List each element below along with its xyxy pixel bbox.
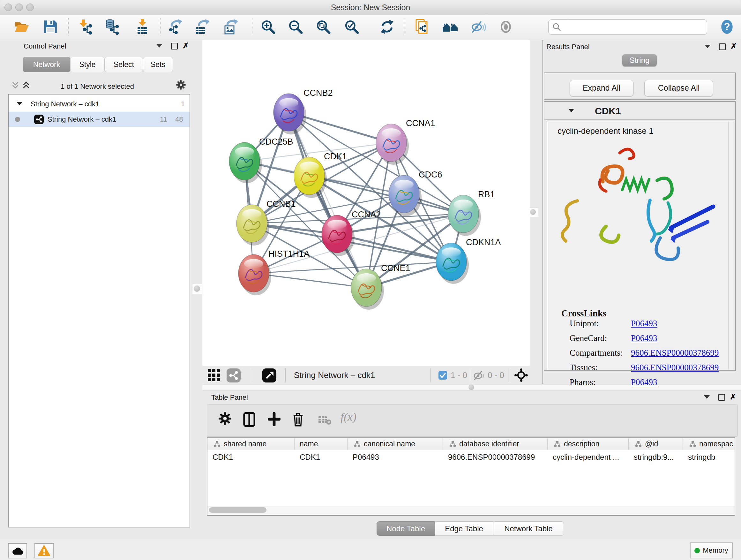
import-network-button[interactable] (77, 18, 95, 36)
table-cell[interactable]: P06493 (347, 450, 443, 465)
table-cell[interactable]: CDK1 (294, 450, 347, 465)
column-header-canonical-name[interactable]: canonical name (347, 438, 443, 450)
show-all-button[interactable] (497, 18, 515, 36)
birdseye-view-icon[interactable] (262, 368, 276, 382)
export-image-button[interactable] (222, 18, 240, 36)
panel-float-icon[interactable] (718, 394, 725, 401)
panel-menu-icon[interactable] (704, 395, 710, 399)
network-node-CCNA2[interactable]: CCNA2 (322, 210, 381, 256)
network-node-CCNB2[interactable]: CCNB2 (273, 88, 333, 134)
network-node-CDC25B[interactable]: CDC25B (229, 137, 293, 183)
table-cell[interactable]: stringdb:9... (629, 450, 683, 465)
selected-checkbox-icon[interactable] (439, 371, 447, 380)
crosslink-link[interactable]: 9606.ENSP00000378699 (631, 348, 719, 358)
zoom-out-button[interactable] (286, 18, 305, 36)
panel-float-icon[interactable] (171, 43, 178, 50)
memory-button[interactable]: Memory (690, 543, 733, 558)
import-network-from-database-button[interactable] (104, 18, 122, 36)
zoom-selected-button[interactable] (343, 18, 360, 36)
table-cell[interactable]: 9606.ENSP00000378699 (443, 450, 548, 465)
help-button[interactable]: ? (718, 18, 736, 36)
crosslink-link[interactable]: P06493 (631, 377, 657, 387)
export-network-button[interactable] (167, 18, 185, 36)
column-header-database-identifier[interactable]: database identifier (443, 438, 548, 450)
expand-all-button[interactable]: Expand All (569, 80, 633, 97)
column-header-description[interactable]: description (548, 438, 629, 450)
table-header-row: shared namenamecanonical namedatabase id… (207, 438, 735, 450)
fit-crosshair-icon[interactable] (514, 368, 529, 382)
entry-header[interactable]: CDK1 (544, 102, 735, 120)
results-scrollbar[interactable] (728, 122, 732, 369)
panel-close-icon[interactable]: ✗ (731, 44, 737, 49)
zoom-in-button[interactable] (259, 18, 277, 36)
zoom-fit-button[interactable] (314, 18, 332, 36)
column-header-shared-name[interactable]: shared name (207, 438, 294, 450)
network-row[interactable]: String Network – cdk1 11 48 (9, 112, 190, 127)
open-session-button[interactable] (13, 18, 30, 36)
splitter-right[interactable] (529, 207, 538, 217)
import-table-button[interactable] (133, 18, 151, 36)
network-node-CDKN1A[interactable]: CDKN1A (436, 238, 501, 284)
table-row[interactable]: CDK1CDK1P064939606.ENSP00000378699cyclin… (207, 450, 735, 465)
table-cell[interactable]: stringdb (683, 450, 735, 465)
save-session-button[interactable] (42, 18, 59, 36)
collection-expand-icon[interactable] (17, 102, 22, 105)
panel-menu-icon[interactable] (156, 44, 162, 48)
share-view-icon[interactable] (226, 368, 241, 382)
export-table-button[interactable] (194, 18, 212, 36)
network-node-CCNE1[interactable]: CCNE1 (351, 263, 410, 310)
network-node-CCNA1[interactable]: CCNA1 (376, 118, 435, 165)
tab-select[interactable]: Select (105, 57, 143, 72)
network-node-CDK1[interactable]: CDK1 (294, 152, 347, 198)
grid-view-icon[interactable] (207, 369, 221, 382)
table-cell[interactable]: cyclin-dependent ... (548, 450, 629, 465)
warnings-button[interactable] (35, 543, 54, 558)
tab-network[interactable]: Network (23, 57, 70, 72)
tab-network-table[interactable]: Network Table (493, 521, 564, 536)
gear-icon[interactable] (176, 80, 186, 90)
collapse-all-button[interactable]: Collapse All (644, 80, 713, 97)
cloud-button[interactable] (8, 543, 27, 558)
search-input[interactable] (564, 20, 702, 33)
column-header-namespac[interactable]: namespac (683, 438, 735, 450)
svg-text:?: ? (724, 21, 730, 32)
panel-float-icon[interactable] (719, 44, 726, 50)
show-columns-icon[interactable] (243, 412, 256, 427)
column-header-name[interactable]: name (294, 438, 347, 450)
tab-sets[interactable]: Sets (143, 57, 173, 72)
column-header--id[interactable]: @id (629, 438, 683, 450)
panel-close-icon[interactable]: ✗ (183, 43, 189, 48)
crosslink-link[interactable]: P06493 (631, 319, 657, 328)
splitter-left[interactable] (192, 284, 202, 294)
tab-style[interactable]: Style (70, 57, 105, 72)
network-collection-row[interactable]: String Network – cdk1 1 (9, 97, 190, 112)
network-graph[interactable]: CCNB2CCNA1CDC25BCDK1CDC6RB1CCNB1CCNA2CDK… (202, 40, 530, 366)
crosslink-link[interactable]: 9606.ENSP00000378699 (631, 363, 719, 373)
crosslink-link[interactable]: P06493 (631, 333, 657, 343)
table-horizontal-scrollbar[interactable] (207, 506, 735, 514)
table-panel: Table Panel ✗ (202, 391, 741, 539)
warning-icon (38, 545, 50, 556)
add-column-icon[interactable] (268, 412, 280, 426)
delete-column-icon[interactable] (292, 412, 304, 427)
refresh-button[interactable] (378, 18, 396, 36)
panel-menu-icon[interactable] (704, 45, 711, 48)
share-file-button[interactable] (413, 18, 431, 36)
tab-string[interactable]: String (622, 54, 657, 66)
network-node-RB1[interactable]: RB1 (448, 190, 495, 236)
control-panel: Control Panel ✗ NetworkStyleSelectSets 1… (4, 40, 191, 539)
table-cell[interactable]: CDK1 (207, 450, 294, 465)
network-view-title: String Network – cdk1 (294, 370, 375, 380)
network-canvas[interactable]: CCNB2CCNA1CDC25BCDK1CDC6RB1CCNB1CCNA2CDK… (202, 40, 530, 366)
scrollbar-thumb[interactable] (209, 507, 266, 513)
entry-collapse-icon[interactable] (568, 109, 574, 112)
panel-close-icon[interactable]: ✗ (730, 394, 736, 399)
home-layout-button[interactable] (442, 18, 460, 36)
tab-node-table[interactable]: Node Table (377, 521, 435, 536)
hide-selected-button[interactable] (469, 18, 487, 36)
node-table[interactable]: shared namenamecanonical namedatabase id… (207, 437, 735, 516)
houses-icon (442, 20, 459, 34)
table-settings-gear-icon[interactable] (219, 412, 231, 425)
network-node-CDC6[interactable]: CDC6 (389, 170, 442, 216)
tab-edge-table[interactable]: Edge Table (435, 521, 493, 536)
